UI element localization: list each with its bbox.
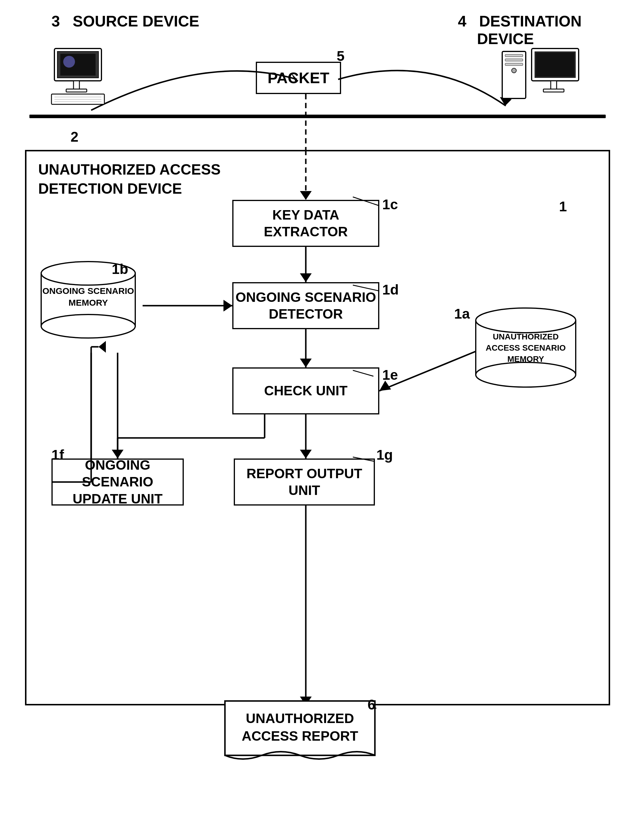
ref-label-1d: 1d (382, 281, 399, 298)
report-output-box: REPORT OUTPUTUNIT (234, 458, 375, 505)
dest-computer-icon (499, 46, 590, 113)
network-line (29, 115, 606, 118)
ref-label-1b: 1b (112, 261, 128, 277)
svg-point-60 (476, 362, 576, 387)
ref-label-1e: 1e (382, 367, 398, 383)
svg-text:MEMORY: MEMORY (68, 298, 108, 308)
svg-text:ACCESS REPORT: ACCESS REPORT (242, 728, 358, 744)
svg-point-47 (512, 68, 516, 73)
svg-rect-44 (505, 54, 523, 57)
ref-label-2: 2 (71, 129, 79, 145)
svg-point-59 (476, 308, 576, 333)
ongoing-detector-box: ONGOING SCENARIODETECTOR (232, 282, 379, 329)
check-unit-box: CHECK UNIT (232, 367, 379, 414)
packet-box: PACKET (256, 62, 341, 94)
svg-rect-46 (505, 63, 523, 66)
source-device-label: 3 SOURCE DEVICE (51, 13, 199, 30)
svg-point-36 (63, 56, 75, 68)
key-data-extractor-box: KEY DATA EXTRACTOR (232, 200, 379, 247)
unauth-report-document: UNAUTHORIZED ACCESS REPORT (223, 699, 377, 767)
svg-text:ONGOING SCENARIO: ONGOING SCENARIO (42, 286, 134, 296)
svg-rect-51 (551, 81, 557, 90)
svg-rect-37 (73, 81, 79, 90)
svg-rect-52 (543, 89, 564, 92)
svg-text:MEMORY: MEMORY (508, 354, 544, 363)
ref-label-1g: 1g (377, 447, 393, 463)
diagram-container: 3 SOURCE DEVICE 4 DESTINATION DEVICE (0, 0, 636, 840)
svg-rect-45 (505, 59, 523, 61)
svg-text:UNAUTHORIZED: UNAUTHORIZED (246, 711, 354, 726)
detection-device-title: UNAUTHORIZED ACCESS DETECTION DEVICE (38, 160, 220, 198)
svg-rect-50 (536, 53, 574, 76)
unauth-memory-cylinder: UNAUTHORIZED ACCESS SCENARIO MEMORY (473, 304, 579, 392)
ref-label-1a: 1a (454, 306, 470, 322)
svg-rect-43 (502, 51, 526, 98)
update-unit-box: ONGOING SCENARIOUPDATE UNIT (51, 458, 184, 505)
ref-label-1c: 1c (382, 196, 398, 213)
svg-text:UNAUTHORIZED: UNAUTHORIZED (493, 332, 558, 341)
svg-text:ACCESS SCENARIO: ACCESS SCENARIO (486, 343, 566, 352)
source-computer-icon (46, 46, 119, 110)
svg-rect-38 (66, 89, 87, 92)
svg-point-55 (41, 314, 135, 338)
ref-label-5: 5 (337, 48, 345, 64)
ref-label-6: 6 (367, 696, 375, 713)
ref-label-1f: 1f (51, 447, 64, 463)
dest-device-label: 4 DESTINATION DEVICE (458, 13, 582, 47)
